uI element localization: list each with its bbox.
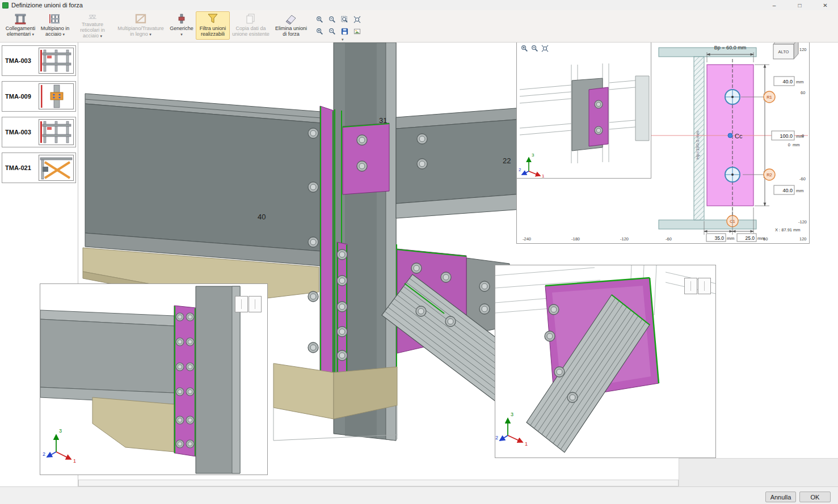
connection-thumbnail-frame xyxy=(39,119,74,145)
svg-text:120: 120 xyxy=(799,236,807,242)
toolbar-elimina-unioni-button[interactable]: Elimina unioni di forza xyxy=(272,11,310,40)
dropdown-arrow-icon: ▾ xyxy=(100,34,103,38)
zoom-out-icon xyxy=(329,16,336,23)
wf-zoom-previous-button[interactable] xyxy=(520,44,529,53)
zoom-in-icon xyxy=(521,45,528,52)
bp-dimension-label: Bp = 60.0 mm xyxy=(714,45,746,50)
ok-button[interactable]: OK xyxy=(799,492,831,502)
button-label: Generiche xyxy=(170,26,193,31)
toolbar-filtra-unioni-button[interactable]: Filtra unioni realizzabili xyxy=(196,11,230,40)
row-marker-r1-label: R1 xyxy=(767,95,772,100)
zoom-out-icon xyxy=(329,28,336,35)
bolt-row-1[interactable] xyxy=(725,90,740,104)
toolbar-multipiano-acciaio-button[interactable]: Multipiano in acciaio ▾ xyxy=(39,11,71,40)
zoom-next-button[interactable] xyxy=(327,26,338,36)
inset-br-scene: 3 1 2 xyxy=(495,265,715,458)
toolbar-generiche-button[interactable]: Generiche ▾ xyxy=(168,11,195,40)
svg-text:60: 60 xyxy=(801,90,805,95)
orientation-face-button[interactable] xyxy=(249,296,262,312)
svg-text:-240: -240 xyxy=(523,236,531,242)
dim-right-value: 25.0 xyxy=(745,235,755,241)
dim-top-unit: mm xyxy=(796,79,804,84)
connection-item-tma003-a[interactable]: TMA-003 xyxy=(2,45,76,76)
button-label: Copia dati da unione esistente xyxy=(232,26,269,37)
close-button[interactable]: ✕ xyxy=(812,0,838,10)
button-label: Multipiano in acciaio xyxy=(41,26,70,37)
hp-dimension-label: Hp=190.0 mm xyxy=(695,130,700,159)
svg-text:-120: -120 xyxy=(798,219,807,225)
zoom-previous-button[interactable] xyxy=(314,26,325,36)
steel-frame-icon xyxy=(14,12,27,25)
connection-thumbnail-column-splice xyxy=(39,83,74,109)
svg-text:-180: -180 xyxy=(571,236,580,242)
zoom-extents-button[interactable] xyxy=(352,14,363,24)
svg-text:0: 0 xyxy=(802,133,804,138)
toolbar-collegamenti-elementari-button[interactable]: Collegamenti elementari ▾ xyxy=(2,11,39,40)
orientation-face-button[interactable] xyxy=(698,278,711,294)
minimize-button[interactable]: – xyxy=(761,0,787,10)
zoom-window-icon xyxy=(341,16,348,23)
button-label: Elimina unioni di forza xyxy=(275,26,307,37)
svg-text:1: 1 xyxy=(73,458,76,464)
maximize-button[interactable]: □ xyxy=(787,0,812,10)
centroid-point xyxy=(728,133,732,138)
beam-bottom-flange-section xyxy=(659,220,756,229)
inset-bl-scene: 3 1 2 xyxy=(40,284,267,475)
centroid-label: Cc xyxy=(735,133,743,139)
bolt-row-2[interactable] xyxy=(725,167,740,182)
toolbar-copia-dati-button: Copia dati da unione esistente xyxy=(230,11,271,40)
window-title: Definizione unioni di forza xyxy=(11,2,83,9)
copy-image-button[interactable] xyxy=(352,26,363,36)
orientation-face-button[interactable] xyxy=(235,296,248,312)
cursor-x-readout: X : 87.91 mm xyxy=(775,227,801,232)
wireframe-panel[interactable]: ✕ 3 1 2 xyxy=(516,31,651,179)
zoom-out-button[interactable] xyxy=(327,14,338,24)
zoom-out-icon xyxy=(531,45,538,52)
svg-text:2: 2 xyxy=(519,167,521,172)
dim-zero-value: 0 xyxy=(788,142,790,147)
dim-left-value: 35.0 xyxy=(714,235,724,241)
connection-code: TMA-009 xyxy=(2,93,39,100)
connection-thumbnail-frame xyxy=(39,48,74,74)
connection-code: TMA-003 xyxy=(2,129,39,135)
connection-item-tma003-b[interactable]: TMA-003 xyxy=(2,117,76,147)
inset-view-bottom-left[interactable]: 3 1 2 xyxy=(40,283,268,475)
svg-text:1: 1 xyxy=(542,173,545,178)
save-view-button[interactable] xyxy=(339,26,350,36)
app-icon xyxy=(2,2,9,9)
horizontal-scrollbar[interactable] xyxy=(78,480,679,486)
inset-view-bottom-right[interactable]: 3 1 2 xyxy=(495,265,716,458)
axis-triad: 3 1 2 xyxy=(519,153,545,178)
dim-zero-unit: mm xyxy=(793,142,800,147)
svg-text:3: 3 xyxy=(59,428,62,434)
toolbar-multipiano-legno-button: Multipiano/Travature in legno ▾ xyxy=(114,11,167,40)
truss-icon xyxy=(86,12,99,21)
zoom-in-icon xyxy=(316,28,323,35)
button-label: Collegamenti elementari xyxy=(6,26,36,37)
zoom-window-button[interactable] xyxy=(339,14,350,24)
member-label-beam-left: 40 xyxy=(258,213,266,221)
zoom-in-icon xyxy=(316,16,323,23)
zoom-in-button[interactable] xyxy=(314,14,325,24)
svg-text:2: 2 xyxy=(43,451,45,457)
connection-item-tma021[interactable]: TMA-021 xyxy=(2,153,76,183)
toolbar-overflow-button[interactable]: ▾ xyxy=(342,38,363,41)
svg-text:-60: -60 xyxy=(666,236,672,242)
cancel-button[interactable]: Annulla xyxy=(765,492,796,502)
timber-frame-icon xyxy=(134,12,148,25)
zoom-extents-icon xyxy=(353,16,361,23)
button-label: Multipiano/Travature in legno xyxy=(117,26,164,37)
connection-code: TMA-021 xyxy=(2,164,39,171)
application-window: Definizione unioni di forza – □ ✕ Colleg… xyxy=(0,0,838,504)
connection-item-tma009[interactable]: TMA-009 xyxy=(2,81,76,112)
wf-zoom-all-button[interactable] xyxy=(540,44,549,53)
cube-face-label: ALTO xyxy=(778,49,789,54)
orientation-face-button[interactable] xyxy=(684,278,697,294)
dropdown-arrow-icon: ▾ xyxy=(180,32,183,36)
window-controls: – □ ✕ xyxy=(761,0,838,10)
dim-left-unit: mm xyxy=(727,236,735,241)
axis-triad: 3 1 2 xyxy=(495,412,528,447)
dropdown-arrow-icon: ▾ xyxy=(149,32,151,36)
connection-thumbnail-brace xyxy=(39,155,74,181)
wf-zoom-next-button[interactable] xyxy=(530,44,539,53)
